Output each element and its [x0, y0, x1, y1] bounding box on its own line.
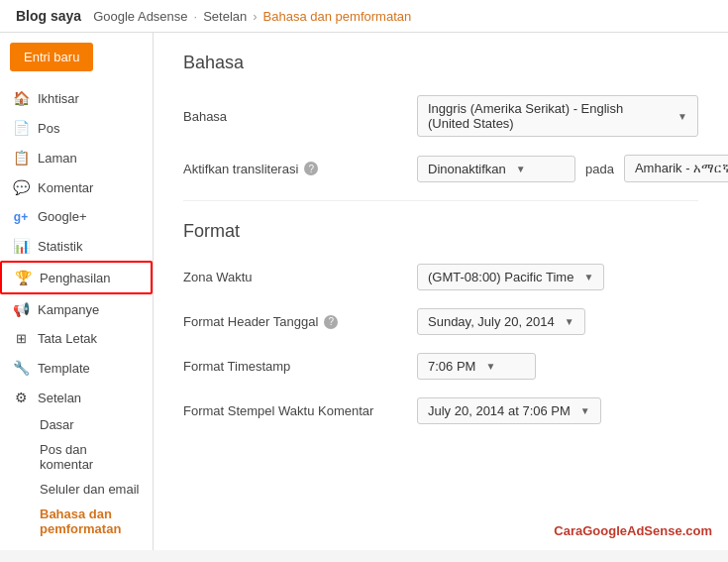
sidebar-item-kampanye[interactable]: 📢 Kampanye: [0, 294, 153, 324]
help-icon-transliterasi[interactable]: ?: [304, 162, 318, 175]
chevron-down-icon: ▼: [565, 316, 574, 327]
sidebar-label-kampanye: Kampanye: [38, 302, 99, 317]
zona-waktu-label: Zona Waktu: [183, 270, 401, 284]
zona-waktu-dropdown[interactable]: (GMT-08:00) Pacific Time ▼: [417, 264, 604, 290]
sidebar-label-googleplus: Google+: [38, 209, 87, 224]
sidebar-label-tataletak: Tata Letak: [38, 331, 97, 346]
sidebar-label-pos: Pos: [38, 121, 59, 136]
sidebar-item-googleplus[interactable]: g+ Google+: [0, 202, 153, 231]
layout: Entri baru 🏠 Ikhtisar 📄 Pos 📋 Laman 💬 Ko…: [0, 33, 728, 550]
sidebar-item-komentar[interactable]: 💬 Komentar: [0, 172, 153, 202]
watermark: CaraGoogleAdSense.com: [554, 523, 712, 538]
sidebar-item-laman[interactable]: 📋 Laman: [0, 143, 153, 172]
help-icon-format-header[interactable]: ?: [324, 315, 338, 329]
crumb2: Bahasa dan pemformatan: [263, 9, 412, 24]
transliterasi-label: Aktifkan transliterasi ?: [183, 162, 401, 176]
chevron-down-icon: ▼: [677, 111, 687, 122]
transliterasi-status-dropdown[interactable]: Dinonaktifkan ▼: [417, 156, 575, 182]
kampanye-icon: 📢: [12, 301, 30, 317]
sidebar-item-pos[interactable]: 📄 Pos: [0, 113, 153, 143]
transliterasi-language-dropdown[interactable]: Amharik - አማርኛ ▼: [624, 155, 728, 182]
new-post-button[interactable]: Entri baru: [10, 43, 93, 71]
pos-icon: 📄: [12, 120, 30, 136]
laman-icon: 📋: [12, 150, 30, 166]
chevron-down-icon: ▼: [485, 361, 495, 372]
service-name: Google Adsense: [93, 9, 187, 24]
subitem-seluler[interactable]: Seluler dan email: [16, 477, 153, 502]
format-header-tanggal-dropdown[interactable]: Sunday, July 20, 2014 ▼: [417, 308, 585, 335]
subitem-bahasa[interactable]: Bahasa danpemformatan: [16, 502, 153, 541]
komentar-icon: 💬: [12, 179, 30, 195]
chevron-down-icon: ▼: [580, 405, 590, 416]
googleplus-icon: g+: [12, 210, 30, 224]
sidebar-label-komentar: Komentar: [38, 180, 93, 195]
setelan-icon: ⚙: [12, 390, 30, 405]
subitem-pos-komentar[interactable]: Pos dan komentar: [16, 437, 153, 477]
zona-waktu-row: Zona Waktu (GMT-08:00) Pacific Time ▼: [183, 264, 698, 290]
home-icon: 🏠: [12, 90, 30, 106]
subitem-dasar[interactable]: Dasar: [16, 412, 153, 437]
sidebar-item-penghasilan[interactable]: 🏆 Penghasilan: [0, 261, 153, 294]
chevron-down-icon: ▼: [516, 164, 526, 174]
tataletak-icon: ⊞: [12, 331, 30, 346]
sidebar-label-statistik: Statistik: [38, 239, 83, 254]
transliterasi-controls: Dinonaktifkan ▼ pada Amharik - አማርኛ ▼: [417, 155, 728, 182]
statistik-icon: 📊: [12, 238, 30, 254]
format-stempel-label: Format Stempel Waktu Komentar: [183, 403, 401, 418]
sidebar: Entri baru 🏠 Ikhtisar 📄 Pos 📋 Laman 💬 Ko…: [0, 33, 154, 550]
header: Blog saya Google Adsense · Setelan › Bah…: [0, 0, 728, 33]
separator2: ›: [253, 9, 257, 24]
pada-text: pada: [585, 162, 614, 176]
transliterasi-row: Aktifkan transliterasi ? Dinonaktifkan ▼…: [183, 155, 698, 182]
sidebar-label-laman: Laman: [38, 151, 77, 166]
sidebar-item-tataletak[interactable]: ⊞ Tata Letak: [0, 324, 153, 353]
format-timestamp-row: Format Timestamp 7:06 PM ▼: [183, 353, 698, 380]
format-section-title: Format: [183, 221, 698, 248]
chevron-down-icon: ▼: [583, 272, 593, 282]
bahasa-row: Bahasa Inggris (Amerika Serikat) - Engli…: [183, 95, 698, 137]
sidebar-label-setelan: Setelan: [38, 391, 81, 405]
sidebar-label-penghasilan: Penghasilan: [40, 271, 111, 285]
format-stempel-dropdown[interactable]: July 20, 2014 at 7:06 PM ▼: [417, 397, 601, 424]
sidebar-item-template[interactable]: 🔧 Template: [0, 353, 153, 383]
bahasa-dropdown[interactable]: Inggris (Amerika Serikat) - English (Uni…: [417, 95, 698, 137]
sidebar-item-setelan[interactable]: ⚙ Setelan: [0, 383, 153, 412]
setelan-subitems: Dasar Pos dan komentar Seluler dan email…: [0, 412, 153, 541]
penghasilan-icon: 🏆: [14, 270, 32, 285]
format-timestamp-label: Format Timestamp: [183, 359, 401, 374]
crumb1: Setelan: [203, 9, 247, 24]
separator1: ·: [194, 9, 198, 24]
sidebar-label-ikhtisar: Ikhtisar: [38, 91, 79, 106]
section-divider: [183, 200, 698, 201]
format-timestamp-dropdown[interactable]: 7:06 PM ▼: [417, 353, 536, 380]
breadcrumb: Google Adsense · Setelan › Bahasa dan pe…: [93, 9, 411, 24]
blog-name: Blog saya: [16, 8, 81, 24]
main-content: Bahasa Bahasa Inggris (Amerika Serikat) …: [154, 33, 728, 550]
sidebar-label-template: Template: [38, 361, 90, 376]
bahasa-label: Bahasa: [183, 109, 401, 124]
format-header-tanggal-label: Format Header Tanggal ?: [183, 314, 401, 329]
sidebar-item-statistik[interactable]: 📊 Statistik: [0, 231, 153, 261]
format-header-tanggal-row: Format Header Tanggal ? Sunday, July 20,…: [183, 308, 698, 335]
sidebar-item-ikhtisar[interactable]: 🏠 Ikhtisar: [0, 83, 153, 113]
template-icon: 🔧: [12, 360, 30, 376]
bahasa-section-title: Bahasa: [183, 53, 698, 79]
format-stempel-row: Format Stempel Waktu Komentar July 20, 2…: [183, 397, 698, 424]
